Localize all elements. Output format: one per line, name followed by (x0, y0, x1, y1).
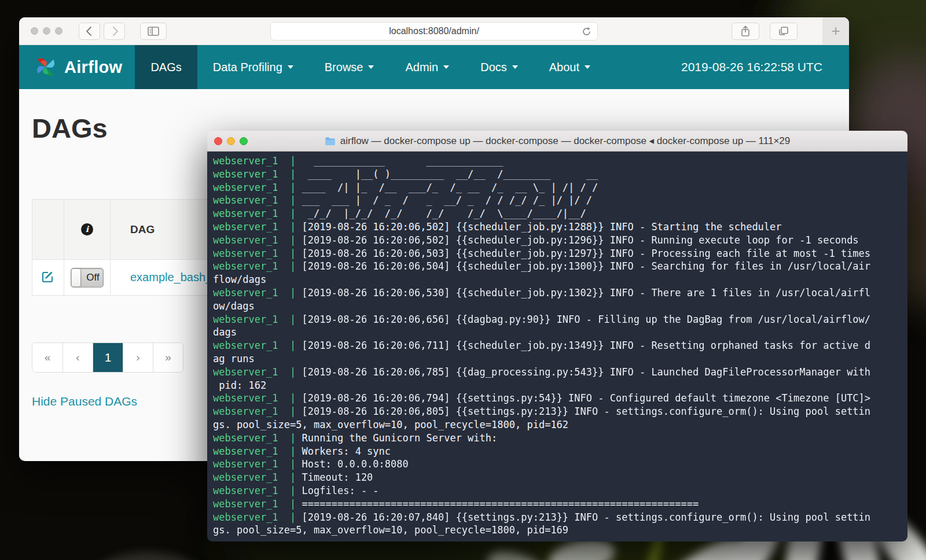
pagination-button[interactable]: › (123, 343, 153, 372)
log-text: [2019-08-26 16:20:06,530] {{scheduler_jo… (296, 287, 870, 299)
log-text: [2019-08-26 16:20:06,794] {{settings.py:… (296, 392, 870, 404)
terminal-window: airflow — docker-compose up — docker-com… (207, 131, 907, 541)
log-text: ____ |__( )_________ __/__ /________ __ (296, 168, 598, 180)
minimize-button[interactable] (43, 27, 50, 35)
browser-toolbar[interactable]: localhost:8080/admin/ (19, 17, 849, 45)
close-button[interactable] (31, 27, 38, 35)
terminal-body[interactable]: webserver_1 | ____________ _____________… (207, 152, 907, 541)
log-text: pid: 162 (213, 380, 266, 391)
terminal-log-row: webserver_1 | Workers: 4 sync (213, 445, 902, 458)
chevron-left-icon (83, 25, 96, 38)
terminal-log-row: webserver_1 | ____________ _____________ (213, 154, 902, 168)
terminal-log-row: dags (213, 326, 902, 339)
sidebar-icon (147, 25, 160, 37)
brand-name: Airflow (64, 58, 122, 77)
terminal-log-row: webserver_1 | [2019-08-26 16:20:06,503] … (213, 247, 902, 260)
log-service-prefix: webserver_1 | (213, 511, 296, 523)
log-text: [2019-08-26 16:20:06,711] {{scheduler_jo… (296, 340, 870, 351)
terminal-log-row: webserver_1 | ___ ___ | / _ / _ __/ _ / … (213, 194, 902, 207)
log-service-prefix: webserver_1 | (213, 260, 296, 272)
terminal-log-row: webserver_1 | [2019-08-26 16:20:06,785] … (213, 366, 902, 379)
chevron-right-icon (108, 25, 121, 38)
toggle-label: Off (83, 268, 103, 287)
terminal-log-row: webserver_1 | [2019-08-26 16:20:06,794] … (213, 392, 902, 405)
nav-item-label: DAGs (150, 61, 181, 74)
log-text: [2019-08-26 16:20:06,805] {{settings.py:… (296, 406, 870, 417)
log-service-prefix: webserver_1 | (213, 392, 296, 404)
terminal-log-row: webserver_1 | ____ |__( )_________ __/__… (213, 168, 902, 181)
forward-button[interactable] (104, 23, 125, 40)
log-text: Logfiles: - - (296, 485, 379, 496)
address-bar[interactable]: localhost:8080/admin/ (270, 22, 598, 40)
pagination-page-current[interactable]: 1 (93, 343, 123, 372)
log-text: Workers: 4 sync (296, 445, 391, 457)
nav-item-label: About (549, 61, 579, 74)
nav-item-admin[interactable]: Admin (389, 45, 465, 89)
utc-clock: 2019-08-26 16:22:58 UTC (681, 60, 822, 74)
toggle-knob (72, 269, 80, 286)
chevron-down-icon (512, 65, 518, 69)
terminal-log-row: webserver_1 | Host: 0.0.0.0:8080 (213, 458, 902, 471)
terminal-log-row: webserver_1 | [2019-08-26 16:20:06,502] … (213, 220, 902, 234)
terminal-log-row: ow/dags (213, 300, 902, 313)
log-text: ___ ___ | / _ / _ __/ _ / / /_/ /_ |/ |/… (296, 194, 592, 206)
terminal-title: airflow — docker-compose up — docker-com… (340, 135, 791, 147)
info-circle-icon[interactable]: i (81, 223, 93, 235)
terminal-log-row: pid: 162 (213, 379, 902, 392)
terminal-log-row: webserver_1 | ==========================… (213, 498, 902, 511)
hide-paused-dags-link[interactable]: Hide Paused DAGs (32, 395, 137, 408)
dag-link[interactable]: example_bash_o (130, 271, 218, 283)
zoom-button[interactable] (55, 27, 63, 35)
minimize-button[interactable] (227, 137, 235, 145)
reload-icon[interactable] (581, 26, 592, 37)
pagination-button[interactable]: ‹ (63, 343, 93, 372)
log-service-prefix: webserver_1 | (213, 287, 296, 299)
pagination-button[interactable]: « (32, 343, 63, 372)
dag-edit-cell (32, 260, 64, 296)
terminal-log-row: flow/dags (213, 273, 902, 286)
terminal-log-row: webserver_1 | Logfiles: - - (213, 484, 902, 498)
log-text: _/_/ |_/_/ /_/ /_/ /_/ \____/____/|__/ (296, 208, 586, 219)
terminal-titlebar[interactable]: airflow — docker-compose up — docker-com… (207, 131, 907, 152)
zoom-button[interactable] (240, 137, 248, 145)
log-text: gs. pool_size=5, max_overflow=10, pool_r… (213, 419, 568, 430)
log-text: [2019-08-26 16:20:06,503] {{scheduler_jo… (296, 248, 870, 259)
sidebar-button[interactable] (140, 23, 167, 40)
log-service-prefix: webserver_1 | (213, 366, 296, 378)
log-text: Timeout: 120 (296, 471, 373, 483)
back-button[interactable] (79, 23, 100, 40)
log-service-prefix: webserver_1 | (213, 208, 296, 219)
log-service-prefix: webserver_1 | (213, 340, 296, 351)
dag-pause-toggle[interactable]: Off (71, 268, 104, 288)
nav-item-docs[interactable]: Docs (465, 45, 534, 89)
edit-pencil-icon[interactable] (41, 270, 55, 283)
page-title: DAGs (32, 112, 108, 144)
terminal-log-row: webserver_1 | Running the Gunicorn Serve… (213, 432, 902, 445)
address-bar-url: localhost:8080/admin/ (389, 26, 479, 36)
log-service-prefix: webserver_1 | (213, 314, 296, 325)
share-button[interactable] (732, 23, 759, 40)
chevron-down-icon (443, 65, 449, 69)
nav-item-data-profiling[interactable]: Data Profiling (197, 45, 309, 89)
pagination-button[interactable]: » (153, 343, 183, 372)
log-text: dags (213, 326, 237, 338)
log-text: ========================================… (296, 498, 699, 510)
log-text: Running the Gunicorn Server with: (296, 432, 497, 444)
log-service-prefix: webserver_1 | (213, 445, 296, 457)
nav-item-dags[interactable]: DAGs (135, 45, 197, 89)
chevron-down-icon (585, 65, 590, 69)
nav-item-browse[interactable]: Browse (309, 45, 390, 89)
airflow-navbar: Airflow DAGsData ProfilingBrowseAdminDoc… (19, 45, 849, 89)
airflow-pinwheel-logo-icon (34, 55, 58, 79)
nav-item-about[interactable]: About (534, 45, 606, 89)
browser-traffic-lights (31, 27, 63, 35)
close-button[interactable] (214, 137, 222, 145)
tabs-icon (777, 25, 790, 38)
log-text: gs. pool_size=5, max_overflow=10, pool_r… (213, 524, 568, 536)
airflow-brand[interactable]: Airflow (34, 45, 122, 89)
tab-overview-button[interactable] (770, 23, 798, 40)
new-tab-button[interactable]: + (822, 17, 849, 45)
log-text: [2019-08-26 16:20:07,840] {{settings.py:… (296, 511, 870, 523)
log-service-prefix: webserver_1 | (213, 234, 296, 246)
terminal-log-row: ag runs (213, 352, 902, 366)
